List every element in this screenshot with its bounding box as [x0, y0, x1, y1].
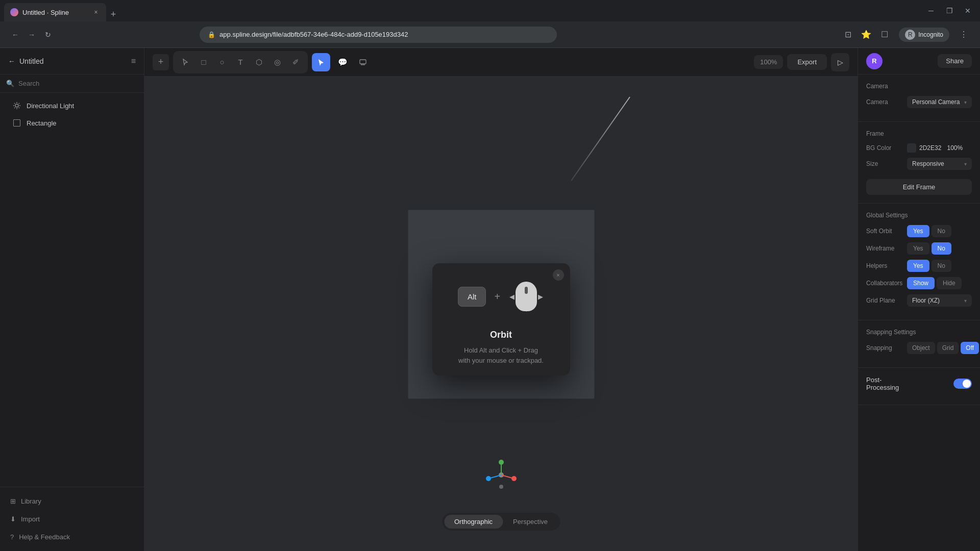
help-item[interactable]: ? Help & Feedback — [4, 529, 140, 545]
incognito-badge: R Incognito — [899, 28, 949, 42]
svg-line-7 — [19, 103, 19, 104]
tool-polygon-button[interactable]: ⬡ — [251, 54, 267, 70]
camera-value: Personal Camera — [912, 98, 962, 106]
helpers-row: Helpers Yes No — [866, 260, 972, 272]
tool-text-button[interactable]: T — [232, 54, 249, 70]
plus-sign: + — [494, 291, 500, 303]
perspective-view-button[interactable]: Perspective — [503, 515, 558, 529]
grid-plane-dropdown[interactable]: Floor (XZ) ▾ — [907, 294, 972, 307]
tool-pen-button[interactable]: ✐ — [287, 54, 304, 70]
reload-button[interactable]: ↻ — [41, 28, 55, 42]
alt-key-visual: Alt — [458, 287, 486, 307]
size-dropdown-arrow: ▾ — [964, 161, 967, 167]
bookmark-icon-button[interactable]: ⭐ — [858, 27, 874, 43]
tool-select-button[interactable] — [177, 54, 193, 70]
tool-pointer-button[interactable] — [312, 53, 330, 71]
window-close-button[interactable]: ✕ — [960, 3, 976, 19]
library-label: Library — [21, 497, 41, 505]
export-button[interactable]: Export — [787, 54, 827, 70]
tab-close-button[interactable]: × — [92, 8, 100, 16]
size-dropdown[interactable]: Responsive ▾ — [907, 158, 972, 170]
camera-dropdown-arrow: ▾ — [964, 99, 967, 105]
post-processing-toggle[interactable] — [953, 379, 972, 389]
cast-icon-button[interactable]: ⊡ — [840, 27, 856, 43]
main-canvas: + □ ○ T ⬡ ◎ ✐ 💬 100% Export ▷ — [144, 48, 857, 551]
lock-icon: 🔒 — [208, 31, 215, 38]
library-item[interactable]: ⊞ Library — [4, 493, 140, 509]
active-tab[interactable]: Untitled · Spline × — [4, 3, 106, 21]
size-label: Size — [866, 160, 907, 167]
import-label: Import — [21, 515, 40, 523]
edit-frame-button[interactable]: Edit Frame — [866, 179, 972, 195]
soft-orbit-toggles: Yes No — [907, 225, 951, 237]
wireframe-yes-button[interactable]: Yes — [907, 242, 929, 255]
sidebar-menu-button[interactable]: ≡ — [131, 57, 136, 66]
import-icon: ⬇ — [10, 515, 16, 523]
sidebar-back-button[interactable]: ← Untitled — [8, 57, 43, 65]
share-button[interactable]: Share — [938, 54, 972, 68]
wireframe-label: Wireframe — [866, 245, 907, 252]
collaborators-show-button[interactable]: Show — [907, 277, 935, 289]
snap-object-button[interactable]: Object — [907, 342, 935, 354]
search-input[interactable] — [18, 80, 138, 87]
new-tab-button[interactable]: + — [106, 7, 120, 21]
helpers-no-button[interactable]: No — [932, 260, 951, 272]
collaborators-label: Collaborators — [866, 280, 907, 287]
window-maximize-button[interactable]: ❐ — [941, 3, 958, 19]
grid-plane-value: Floor (XZ) — [912, 297, 962, 304]
wireframe-toggles: Yes No — [907, 242, 951, 255]
camera-dropdown[interactable]: Personal Camera ▾ — [907, 96, 972, 108]
add-object-button[interactable]: + — [153, 54, 169, 70]
svg-line-5 — [14, 103, 15, 104]
snapping-section-title: Snapping Settings — [866, 329, 972, 336]
search-icon: 🔍 — [6, 80, 14, 87]
help-icon: ? — [10, 533, 14, 541]
soft-orbit-no-button[interactable]: No — [932, 225, 951, 237]
view-mode-buttons: Orthographic Perspective — [442, 513, 560, 531]
svg-point-17 — [511, 476, 517, 481]
scene-item-directional-light[interactable]: Directional Light — [4, 97, 140, 114]
helpers-yes-button[interactable]: Yes — [907, 260, 929, 272]
grid-plane-dropdown-arrow: ▾ — [964, 298, 967, 304]
extensions-icon-button[interactable]: ☐ — [876, 27, 893, 43]
bg-color-row: BG Color 2D2E32 100% — [866, 143, 972, 153]
import-item[interactable]: ⬇ Import — [4, 511, 140, 527]
scene-items-list: Directional Light Rectangle — [0, 93, 144, 487]
scene-item-rectangle[interactable]: Rectangle — [4, 114, 140, 132]
library-icon: ⊞ — [10, 497, 16, 505]
svg-point-0 — [15, 104, 18, 107]
window-minimize-button[interactable]: ─ — [923, 3, 939, 19]
back-button[interactable]: ← — [8, 28, 22, 42]
snap-off-button[interactable]: Off — [961, 342, 979, 354]
canvas-area[interactable]: × Alt + ▲ ▼ ◀ ▶ Orbit Ho — [144, 77, 857, 551]
tab-bar: Untitled · Spline × + — [4, 0, 919, 21]
play-button[interactable]: ▷ — [831, 53, 849, 71]
left-sidebar: ← Untitled ≡ 🔍 — [0, 48, 144, 551]
soft-orbit-yes-button[interactable]: Yes — [907, 225, 929, 237]
wireframe-no-button[interactable]: No — [932, 242, 951, 255]
browser-toolbar-icons: ⊡ ⭐ ☐ — [840, 27, 893, 43]
modal-close-button[interactable]: × — [553, 269, 564, 281]
post-processing-label: Post-Processing — [866, 376, 907, 391]
orthographic-view-button[interactable]: Orthographic — [444, 515, 503, 529]
tool-torus-button[interactable]: ◎ — [269, 54, 285, 70]
bg-color-controls: 2D2E32 100% — [907, 143, 972, 153]
forward-button[interactable]: → — [24, 28, 39, 42]
back-arrow-icon: ← — [8, 57, 15, 65]
post-processing-section: Post-Processing — [858, 368, 980, 405]
camera-section-title: Camera — [866, 83, 972, 90]
svg-line-8 — [14, 108, 15, 108]
tool-comment-button[interactable]: 💬 — [334, 54, 351, 70]
tool-rectangle-button[interactable]: □ — [195, 54, 212, 70]
helpers-toggles: Yes No — [907, 260, 951, 272]
tool-group: □ ○ T ⬡ ◎ ✐ — [173, 51, 308, 73]
bg-color-swatch[interactable] — [907, 143, 916, 153]
axis-widget-container — [483, 457, 519, 495]
snap-grid-button[interactable]: Grid — [937, 342, 959, 354]
url-bar[interactable]: 🔒 app.spline.design/file/adbfb567-34e6-4… — [200, 27, 557, 43]
bg-color-label: BG Color — [866, 144, 907, 152]
collaborators-hide-button[interactable]: Hide — [937, 277, 962, 289]
browser-menu-button[interactable]: ⋮ — [955, 27, 972, 43]
tool-ellipse-button[interactable]: ○ — [214, 54, 230, 70]
tool-screen-button[interactable] — [355, 54, 371, 70]
